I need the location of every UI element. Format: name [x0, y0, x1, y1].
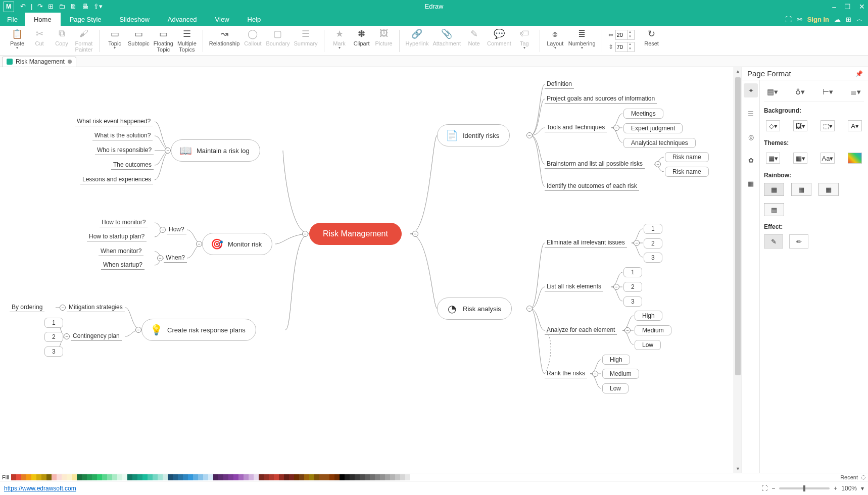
color-swatch[interactable] [314, 474, 319, 480]
menu-view[interactable]: View [206, 13, 238, 26]
color-swatch[interactable] [72, 474, 77, 480]
level-box[interactable]: High [635, 311, 662, 321]
color-swatch[interactable] [198, 474, 203, 480]
toggle-identify[interactable]: − [526, 132, 533, 138]
color-swatch[interactable] [259, 474, 264, 480]
color-swatch[interactable] [355, 474, 360, 480]
leaf-list[interactable]: List all risk elements [545, 283, 603, 291]
color-swatch[interactable] [324, 474, 329, 480]
toggle-right[interactable]: − [412, 231, 418, 237]
leaf-contingency[interactable]: Contingency plan [71, 332, 122, 341]
leaf-tools[interactable]: Tools and Techniques [545, 124, 607, 132]
boundary-button[interactable]: ▢Boundary [266, 27, 290, 55]
sub-box[interactable]: Risk name [665, 167, 709, 177]
print-button[interactable]: 🖶 [82, 3, 88, 10]
color-swatch[interactable] [97, 474, 102, 480]
effect-brush-button[interactable]: ✏ [789, 234, 808, 249]
color-swatch[interactable] [365, 474, 370, 480]
sidetab-flower[interactable]: ✿ [744, 153, 758, 167]
toggle-left[interactable]: − [302, 231, 308, 237]
color-swatch[interactable] [102, 474, 107, 480]
color-swatch[interactable] [52, 474, 57, 480]
footer-link[interactable]: https://www.edrawsoft.com [4, 485, 76, 492]
sub-box[interactable]: Analytical techniques [623, 138, 696, 148]
leaf[interactable]: Definition [545, 80, 574, 89]
leaf[interactable]: When startup? [101, 261, 144, 270]
level-box[interactable]: Medium [602, 369, 639, 379]
callout-button[interactable]: ◯Callout [244, 27, 262, 55]
color-swatch[interactable] [163, 474, 168, 480]
menu-page-style[interactable]: Page Style [61, 13, 111, 26]
rainbow-option-4[interactable]: ▦ [764, 203, 784, 216]
toggle-maintain[interactable]: − [165, 147, 171, 154]
sub-box[interactable]: Meetings [623, 109, 663, 119]
color-swatch[interactable] [254, 474, 259, 480]
color-swatch[interactable] [294, 474, 299, 480]
toggle-how[interactable]: − [160, 227, 166, 233]
copy-button[interactable]: ⧉Copy [53, 27, 71, 55]
color-swatch[interactable] [208, 474, 213, 480]
leaf-when[interactable]: When? [164, 254, 187, 263]
rainbow-option-2[interactable]: ▦ [791, 183, 811, 196]
collapse-ribbon-icon[interactable]: ︿ [856, 15, 863, 24]
canvas[interactable]: Risk Management − − 📖Maintain a risk log… [0, 67, 742, 481]
color-swatch[interactable] [350, 474, 355, 480]
color-swatch[interactable] [158, 474, 163, 480]
zoom-out-button[interactable]: − [771, 485, 775, 492]
leaf-mitigation[interactable]: Mitigation strategies [67, 304, 125, 312]
new-button[interactable]: ⊞ [48, 3, 54, 10]
node-create-risk-response-plans[interactable]: 💡Create risk response plans [141, 319, 256, 341]
toggle-analyze[interactable]: − [624, 327, 631, 333]
color-swatch[interactable] [249, 474, 254, 480]
node-maintain-risk-log[interactable]: 📖Maintain a risk log [171, 139, 260, 162]
toggle-mitigation[interactable]: − [60, 305, 66, 311]
menu-file[interactable]: File [0, 13, 25, 26]
leaf[interactable]: Identify the outcomes of each risk [545, 182, 639, 191]
reset-button[interactable]: ↻Reset [643, 27, 661, 55]
leaf[interactable]: Who is responsible? [95, 146, 154, 155]
color-swatch[interactable] [188, 474, 193, 480]
color-swatch[interactable] [92, 474, 97, 480]
menu-help[interactable]: Help [238, 13, 270, 26]
sidetab-target[interactable]: ◎ [744, 130, 758, 144]
color-swatch[interactable] [238, 474, 244, 480]
color-swatch[interactable] [284, 474, 289, 480]
color-swatch[interactable] [127, 474, 132, 480]
color-swatch[interactable] [67, 474, 72, 480]
subtopic-button[interactable]: ▭Subtopic [128, 27, 150, 55]
picture-button[interactable]: 🖼Picture [375, 27, 393, 55]
theme-colors-button[interactable]: ▦▾ [793, 153, 807, 164]
tool-grid-icon[interactable]: ▦▾ [767, 87, 778, 96]
signin-link[interactable]: Sign In [807, 16, 829, 23]
color-swatch[interactable] [112, 474, 117, 480]
minimize-button[interactable]: – [832, 3, 836, 11]
open-button[interactable]: 🗀 [59, 3, 65, 10]
color-swatch[interactable] [405, 474, 410, 480]
color-swatch[interactable] [178, 474, 183, 480]
export-dropdown[interactable]: ⇪▾ [93, 3, 103, 10]
color-swatch[interactable] [213, 474, 218, 480]
color-swatch[interactable] [107, 474, 112, 480]
node-monitor-risk[interactable]: 🎯Monitor risk [202, 233, 272, 255]
cut-button[interactable]: ✂Cut [30, 27, 49, 55]
floating-topic-button[interactable]: ▭FloatingTopic [154, 27, 173, 55]
rainbow-option-1[interactable]: ▦ [764, 183, 784, 196]
color-swatch[interactable] [11, 474, 16, 480]
tool-list-icon[interactable]: ≣▾ [850, 87, 861, 96]
color-swatch[interactable] [279, 474, 284, 480]
leaf[interactable]: When monitor? [99, 247, 143, 256]
color-swatch[interactable] [244, 474, 249, 480]
color-swatch[interactable] [16, 474, 21, 480]
leaf[interactable]: How to startup plan? [87, 233, 147, 241]
bg-fill-button[interactable]: ◇▾ [766, 120, 780, 131]
color-swatch[interactable] [274, 474, 279, 480]
color-swatch[interactable] [137, 474, 142, 480]
color-swatch[interactable] [400, 474, 405, 480]
leaf-rank[interactable]: Rank the risks [545, 370, 587, 378]
leaf[interactable]: How to monitor? [100, 219, 148, 227]
apps-icon[interactable]: ⊞ [846, 16, 851, 23]
color-swatch[interactable] [168, 474, 173, 480]
color-swatch[interactable] [82, 474, 87, 480]
level-box[interactable]: Low [635, 340, 661, 350]
hspacing-input[interactable]: ▲▼ [615, 30, 635, 40]
